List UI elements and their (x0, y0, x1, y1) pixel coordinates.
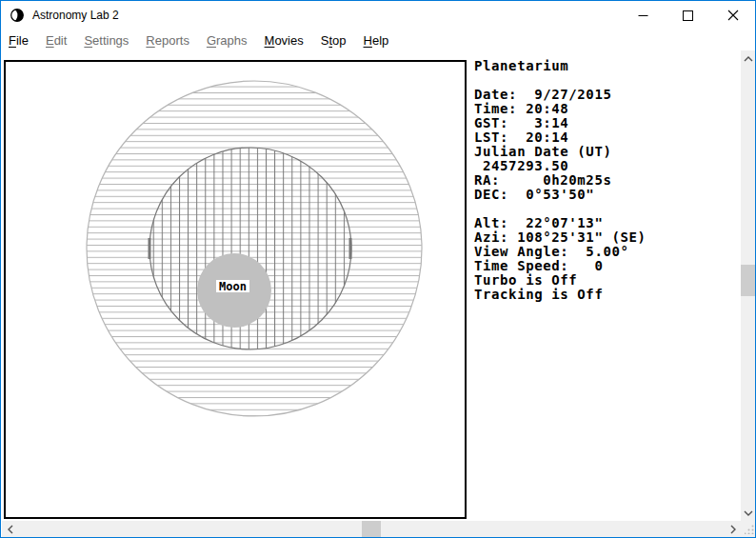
info-blank-2 (474, 202, 647, 216)
menu-reports[interactable]: Reports (146, 33, 189, 48)
field-edge-mark-right (349, 238, 352, 259)
app-window: Astronomy Lab 2 File Edit Settings Repor… (0, 0, 756, 538)
vertical-scrollbar[interactable] (741, 50, 756, 521)
info-blank (474, 73, 647, 88)
info-julian-label: Julian Date (UT) (474, 145, 647, 159)
info-ra: RA: 0h20m25s (474, 173, 647, 188)
info-time-speed: Time Speed: 0 (474, 259, 647, 273)
horizontal-scrollbar[interactable] (2, 521, 741, 537)
horizontal-scrollbar-thumb[interactable] (362, 521, 381, 537)
info-tracking-status: Tracking is Off (474, 288, 647, 302)
info-azi: Azi: 108°25'31" (SE) (474, 230, 647, 245)
info-alt: Alt: 22°07'13" (474, 216, 647, 230)
scroll-left-arrow-icon[interactable] (2, 521, 18, 537)
scroll-right-arrow-icon[interactable] (725, 521, 741, 537)
close-button[interactable] (710, 1, 755, 30)
field-edge-mark-left (149, 238, 151, 259)
menu-stop[interactable]: Stop (321, 33, 347, 48)
scroll-up-arrow-icon[interactable] (741, 50, 756, 67)
scroll-down-arrow-icon[interactable] (741, 505, 756, 521)
menu-edit[interactable]: Edit (46, 33, 67, 48)
info-dec: DEC: 0°53'50" (474, 188, 647, 202)
scrollbar-corner (741, 521, 756, 537)
resize-grip-icon[interactable] (745, 525, 754, 534)
menu-bar: File Edit Settings Reports Graphs Movies… (1, 30, 755, 50)
maximize-button[interactable] (666, 1, 710, 30)
menu-settings[interactable]: Settings (84, 33, 129, 48)
info-title: Planetarium (474, 59, 647, 73)
sky-view-canvas: Moon (6, 62, 465, 517)
planetarium-info-panel: Planetarium Date: 9/27/2015 Time: 20:48 … (474, 59, 647, 302)
info-turbo-status: Turbo is Off (474, 273, 647, 288)
window-title: Astronomy Lab 2 (32, 9, 119, 22)
info-gst: GST: 3:14 (474, 116, 647, 130)
vertical-scrollbar-thumb[interactable] (741, 265, 756, 296)
menu-movies[interactable]: Movies (265, 33, 304, 48)
sky-view-panel[interactable]: Moon (4, 60, 467, 519)
moon-label: Moon (219, 280, 247, 293)
info-lst: LST: 20:14 (474, 130, 647, 145)
window-controls (621, 1, 755, 30)
menu-help[interactable]: Help (364, 33, 389, 48)
menu-file[interactable]: File (9, 33, 29, 48)
title-bar[interactable]: Astronomy Lab 2 (1, 1, 755, 30)
info-view-angle: View Angle: 5.00° (474, 245, 647, 259)
menu-graphs[interactable]: Graphs (207, 33, 248, 48)
minimize-button[interactable] (621, 1, 666, 30)
info-date: Date: 9/27/2015 (474, 88, 647, 102)
info-time: Time: 20:48 (474, 102, 647, 116)
info-julian-value: 2457293.50 (474, 159, 647, 173)
moon-phase-icon (10, 8, 25, 23)
